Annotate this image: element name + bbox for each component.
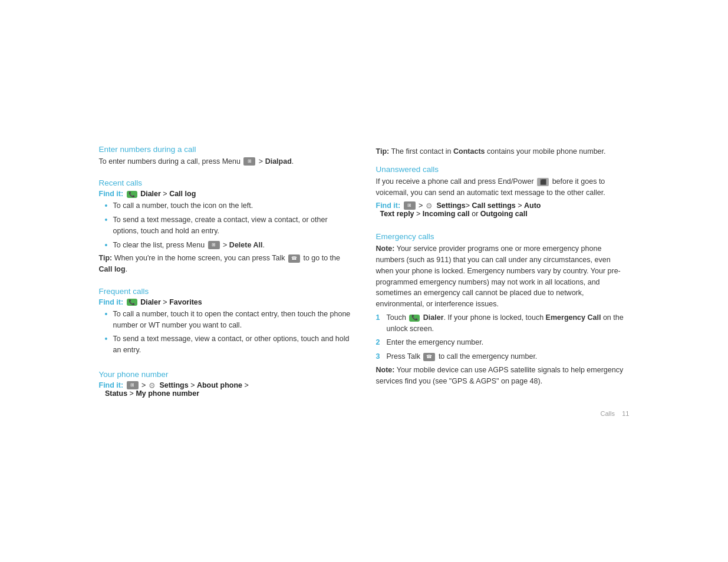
emergency-calls-title: Emergency calls bbox=[376, 232, 630, 241]
talk-icon: ☎ bbox=[288, 254, 300, 263]
menu-icon-unanswered: ⊞ bbox=[404, 201, 416, 210]
left-column: Enter numbers during a call To enter num… bbox=[99, 145, 353, 418]
emergency-note-1: Note: Your service provider programs one… bbox=[376, 243, 630, 310]
dialer-icon-frequent bbox=[127, 299, 137, 306]
unanswered-body: If you receive a phone call and press En… bbox=[376, 176, 630, 199]
step-2: 2 Enter the emergency number. bbox=[376, 337, 630, 348]
page-number: Calls 11 bbox=[376, 410, 630, 417]
dialer-icon-step1 bbox=[409, 315, 420, 322]
settings-icon: ⚙ bbox=[149, 381, 157, 389]
step-3: 3 Press Talk ☎ to call the emergency num… bbox=[376, 351, 630, 362]
freq-bullet-2: To send a text message, view a contact, … bbox=[105, 333, 353, 356]
section-recent-calls: Recent calls Find it: Dialer > Call log … bbox=[99, 178, 353, 275]
bullet-2: To send a text message, create a contact… bbox=[105, 214, 353, 237]
settings-icon-2: ⚙ bbox=[426, 201, 434, 210]
right-col-inner: Tip: The first contact in Contacts conta… bbox=[376, 145, 630, 418]
section-frequent-calls: Frequent calls Find it: Dialer > Favorit… bbox=[99, 287, 353, 358]
tip-contacts: Tip: The first contact in Contacts conta… bbox=[376, 146, 630, 157]
bullet-3: To clear the list, press Menu ⊞ > Delete… bbox=[105, 240, 353, 251]
enter-numbers-body: To enter numbers during a call, press Me… bbox=[99, 156, 353, 167]
section-enter-numbers: Enter numbers during a call To enter num… bbox=[99, 145, 353, 167]
bullet-1: To call a number, touch the icon on the … bbox=[105, 200, 353, 211]
menu-icon-2: ⊞ bbox=[208, 241, 220, 249]
menu-icon-phone: ⊞ bbox=[127, 381, 139, 389]
frequent-calls-bullets: To call a number, touch it to open the c… bbox=[99, 309, 353, 356]
enter-numbers-title: Enter numbers during a call bbox=[99, 145, 353, 154]
menu-icon: ⊞ bbox=[243, 157, 255, 166]
dialer-icon-recent bbox=[127, 191, 137, 198]
section-emergency-calls: Emergency calls Note: Your service provi… bbox=[376, 232, 630, 386]
step-1: 1 Touch Dialer. If your phone is locked,… bbox=[376, 312, 630, 335]
unanswered-calls-title: Unanswered calls bbox=[376, 165, 630, 174]
section-unanswered-calls: Unanswered calls If you receive a phone … bbox=[376, 165, 630, 220]
recent-calls-bullets: To call a number, touch the icon on the … bbox=[99, 200, 353, 250]
page-content: Enter numbers during a call To enter num… bbox=[99, 133, 630, 429]
section-your-phone-number: Your phone number Find it: ⊞ > ⚙ Setting… bbox=[99, 370, 353, 401]
recent-calls-tip: Tip: When you're in the home screen, you… bbox=[99, 253, 353, 275]
your-phone-number-title: Your phone number bbox=[99, 370, 353, 379]
emergency-note-2: Note: Your mobile device can use AGPS sa… bbox=[376, 365, 630, 387]
unanswered-find-it: Find it: ⊞ > ⚙ Settings> Call settings >… bbox=[376, 201, 630, 219]
talk-icon-step3: ☎ bbox=[423, 353, 435, 361]
emergency-steps: 1 Touch Dialer. If your phone is locked,… bbox=[376, 312, 630, 362]
end-power-icon: ⬛ bbox=[537, 178, 549, 186]
right-column: Tip: The first contact in Contacts conta… bbox=[376, 145, 630, 418]
freq-bullet-1: To call a number, touch it to open the c… bbox=[105, 309, 353, 331]
recent-calls-title: Recent calls bbox=[99, 178, 353, 187]
your-phone-find-it: Find it: ⊞ > ⚙ Settings > About phone > … bbox=[99, 381, 353, 398]
frequent-calls-find-it: Find it: Dialer > Favorites bbox=[99, 298, 353, 306]
frequent-calls-title: Frequent calls bbox=[99, 287, 353, 296]
recent-calls-find-it: Find it: Dialer > Call log bbox=[99, 190, 353, 198]
